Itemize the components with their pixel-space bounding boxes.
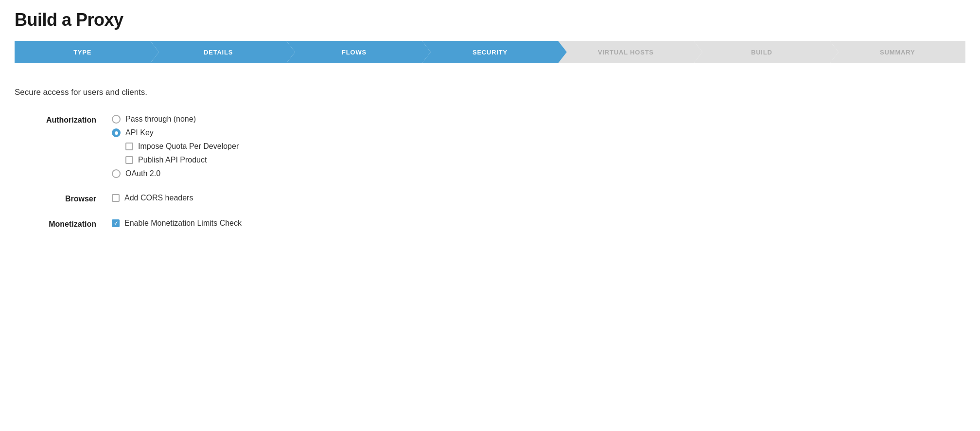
radio-label-pass-through: Pass through (none) [125,115,196,124]
form-section-browser: BrowserAdd CORS headers [15,194,965,203]
form-controls-browser: Add CORS headers [112,194,193,202]
step-label: VIRTUAL HOSTS [598,49,654,56]
step-type[interactable]: TYPE [15,41,150,63]
step-label: TYPE [73,49,91,56]
checkbox-quota [125,143,133,150]
checkbox-label-publish: Publish API Product [138,156,207,164]
step-virtual-hosts[interactable]: VIRTUAL HOSTS [558,41,694,63]
checkbox-label-monetization-limits: Enable Monetization Limits Check [124,219,242,228]
checkbox-label-quota: Impose Quota Per Developer [138,142,239,151]
step-label: SUMMARY [880,49,915,56]
step-details[interactable]: DETAILS [150,41,286,63]
radio-circle-oauth [112,169,121,178]
radio-option-oauth[interactable]: OAuth 2.0 [112,169,239,178]
radio-option-api-key[interactable]: API Key [112,128,239,137]
form-section-monetization: MonetizationEnable Monetization Limits C… [15,219,965,229]
radio-option-pass-through[interactable]: Pass through (none) [112,115,239,124]
step-flows[interactable]: FLOWS [286,41,422,63]
radio-label-oauth: OAuth 2.0 [125,169,160,178]
section-description: Secure access for users and clients. [15,88,965,97]
sub-options-api-key: Impose Quota Per DeveloperPublish API Pr… [125,142,239,164]
checkbox-monetization-limits [112,219,120,227]
radio-circle-api-key [112,128,121,137]
form-section-authorization: AuthorizationPass through (none)API KeyI… [15,115,965,178]
page-title: Build a Proxy [15,10,965,30]
radio-circle-pass-through [112,115,121,124]
form-label-authorization: Authorization [15,115,112,125]
checkbox-option-monetization-limits[interactable]: Enable Monetization Limits Check [112,219,242,228]
checkbox-option-quota[interactable]: Impose Quota Per Developer [125,142,239,151]
form-controls-monetization: Enable Monetization Limits Check [112,219,242,228]
checkbox-cors [112,194,120,202]
stepper: TYPEDETAILSFLOWSSECURITYVIRTUAL HOSTSBUI… [15,41,965,63]
form-label-browser: Browser [15,194,112,203]
step-security[interactable]: SECURITY [422,41,558,63]
checkbox-label-cors: Add CORS headers [124,194,193,202]
content-area: Secure access for users and clients. Aut… [15,83,965,229]
checkbox-option-publish[interactable]: Publish API Product [125,156,239,164]
step-label: DETAILS [204,49,233,56]
radio-label-api-key: API Key [125,128,154,137]
step-summary[interactable]: SUMMARY [830,41,965,63]
step-label: FLOWS [342,49,367,56]
form-label-monetization: Monetization [15,219,112,229]
step-build[interactable]: BUILD [694,41,829,63]
step-label: BUILD [751,49,772,56]
checkbox-publish [125,156,133,164]
step-label: SECURITY [472,49,508,56]
checkbox-option-cors[interactable]: Add CORS headers [112,194,193,202]
form-controls-authorization: Pass through (none)API KeyImpose Quota P… [112,115,239,178]
